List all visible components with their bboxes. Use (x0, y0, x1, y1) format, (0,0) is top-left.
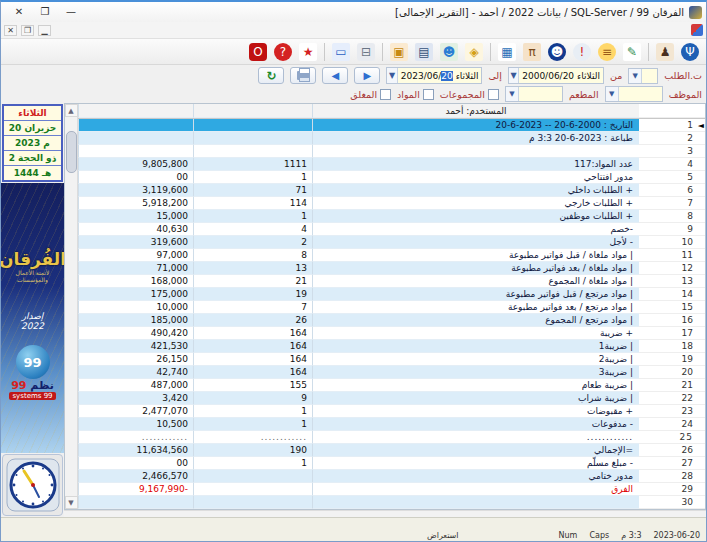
edition-label: إصدار2022 (21, 311, 44, 331)
table-row[interactable]: طباعة : 2023-6-20 3:3 م 2 (78, 132, 705, 145)
chevron-down-icon[interactable]: ▼ (606, 87, 619, 101)
table-row[interactable]: 00 1 - مبلغ مسلّم 27 (78, 457, 705, 470)
toolbar-separator (648, 43, 649, 61)
table-row[interactable]: 3,420 9 | ضريبة شراب 22 (78, 392, 705, 405)
restaurant-icon[interactable]: Ψ (678, 41, 702, 63)
menu-item[interactable] (549, 29, 561, 31)
chevron-down-icon[interactable]: ▼ (629, 69, 642, 83)
run-report-button[interactable]: ▶ (354, 67, 380, 84)
dining-table-icon[interactable]: π (520, 41, 544, 63)
report-grid: المستخدم: أحمد التاريخ : 2000-6-20 -- 20… (78, 104, 705, 509)
table-row[interactable]: 185,000 26 | مواد مرتجع / المجموع 16 (78, 314, 705, 327)
menu-item[interactable] (661, 29, 673, 31)
restaurant-select[interactable]: ▼ (505, 86, 563, 102)
date-to-picker[interactable]: الثلاثاء 2023/06/20 ▼ (386, 67, 482, 84)
gift-box-icon[interactable]: ◈ (462, 41, 486, 63)
menu-item[interactable] (647, 29, 659, 31)
table-row[interactable]: 5,918,200 114 + الطلبات خارجي 7 (78, 197, 705, 210)
groups-checkbox[interactable] (488, 89, 499, 100)
table-row[interactable]: 40,630 4 -خصم 9 (78, 223, 705, 236)
table-row[interactable]: 97,000 8 | مواد ملغاة / قبل فواتير مطبوع… (78, 249, 705, 262)
label-cell: -خصم (312, 223, 639, 236)
table-row[interactable]: 00 1 مدور افتتاحي 5 (78, 171, 705, 184)
table-row[interactable]: 3,119,600 71 + الطلبات داخلي 6 (78, 184, 705, 197)
help-search-icon[interactable]: ? (271, 41, 295, 63)
menu-item[interactable] (675, 29, 687, 31)
menu-item[interactable] (633, 29, 645, 31)
exit-icon[interactable]: Ο (246, 41, 270, 63)
toolbox-icon[interactable]: ▣ (387, 41, 411, 63)
table-row[interactable]: 15,000 1 + الطلبات موظفين 8 (78, 210, 705, 223)
mdi-restore-button[interactable]: ❐ (21, 25, 34, 36)
table-row[interactable]: 168,000 21 | مواد ملغاة / المجموع 13 (78, 275, 705, 288)
menu-item[interactable] (563, 29, 575, 31)
print-button[interactable] (290, 67, 316, 84)
table-row[interactable]: 175,000 19 | مواد مرتجع / قبل فواتير مطب… (78, 288, 705, 301)
order-type-select[interactable]: ▼ (628, 68, 658, 84)
report-table-wrap: ▲ ▼ المستخدم: أحمد (64, 103, 706, 517)
table-row[interactable]: 71,000 13 | مواد ملغاة / بعد فواتير مطبو… (78, 262, 705, 275)
count-cell: 26 (193, 314, 312, 327)
scrollbar-thumb[interactable] (66, 131, 77, 173)
table-row[interactable]: -9,167,990 الفرق 29 (78, 483, 705, 496)
menu-item[interactable] (605, 29, 617, 31)
table-row[interactable]: ............ ............ ............ 2… (78, 431, 705, 444)
materials-checkbox[interactable] (423, 89, 434, 100)
chevron-down-icon[interactable]: ▼ (506, 87, 519, 101)
employee-select[interactable]: ▼ (605, 86, 663, 102)
row-number: 26 (682, 445, 693, 455)
waiter-icon[interactable]: ☻ (545, 41, 569, 63)
scroll-up-icon[interactable]: ▲ (65, 104, 78, 117)
table-row[interactable]: 487,000 155 | ضريبة طعام 21 (78, 379, 705, 392)
table-row[interactable]: التاريخ : 2000-6-20 -- 2023-6-20 1◄ (78, 119, 705, 132)
horizontal-scrollbar[interactable] (64, 510, 706, 517)
closed-checkbox[interactable] (380, 89, 391, 100)
menu-item[interactable] (577, 29, 589, 31)
table-row[interactable]: 2,466,570 مدور ختامي 28 (78, 470, 705, 483)
mdi-child-icon[interactable] (691, 24, 703, 36)
order-alert-icon[interactable]: ! (570, 41, 594, 63)
table-row[interactable]: 10,000 7 | مواد مرتجع / بعد فواتير مطبوع… (78, 301, 705, 314)
close-button[interactable]: ✕ (11, 5, 27, 19)
scroll-down-icon[interactable]: ▼ (65, 496, 78, 509)
minimize-button[interactable]: — (63, 5, 79, 19)
table-row[interactable]: 26,150 164 | ضريبة2 19 (78, 353, 705, 366)
chef-serving-icon[interactable]: ♟ (653, 41, 677, 63)
burger-icon[interactable]: ≡ (595, 41, 619, 63)
users-icon[interactable]: ☻ (437, 41, 461, 63)
amount-cell: 42,740 (157, 367, 189, 377)
database-check-icon[interactable]: ⊟ (354, 41, 378, 63)
table-row[interactable]: 421,530 164 | ضريبة1 18 (78, 340, 705, 353)
mdi-minimize-button[interactable]: ▁ (38, 25, 51, 36)
refresh-button[interactable]: ↻ (258, 67, 284, 84)
calendar-dropdown-icon[interactable]: ▼ (387, 68, 397, 83)
vertical-scrollbar[interactable]: ▲ ▼ (65, 104, 78, 509)
menu-item[interactable] (619, 29, 631, 31)
table-row[interactable]: 11,634,560 190 =الإجمالي 26 (78, 444, 705, 457)
report-chart-icon[interactable]: ▦ (495, 41, 519, 63)
edit-note-icon[interactable]: ✎ (620, 41, 644, 63)
menu-item[interactable] (591, 29, 603, 31)
inventory-ticker (1, 518, 706, 530)
table-row[interactable]: 10,500 1 - مدفوعات 24 (78, 418, 705, 431)
back-button[interactable]: ◀ (322, 67, 348, 84)
count-cell (193, 470, 312, 483)
menu-item[interactable] (507, 29, 519, 31)
table-row[interactable]: 42,740 164 | ضريبة3 20 (78, 366, 705, 379)
cards-icon[interactable]: ▭ (329, 41, 353, 63)
count-cell: 21 (193, 275, 312, 288)
table-row[interactable]: 319,600 2 - لأجل 10 (78, 236, 705, 249)
bookmark-star-icon[interactable]: ★ (296, 41, 320, 63)
table-row[interactable]: 9,805,800 1111 عدد المواد:117 4 (78, 158, 705, 171)
calendar-dropdown-icon[interactable]: ▼ (509, 68, 519, 83)
mdi-close-button[interactable]: ✕ (4, 25, 17, 36)
table-row[interactable]: 2,477,070 1 + مقبوضات 23 (78, 405, 705, 418)
table-row[interactable]: 3 (78, 145, 705, 158)
table-row[interactable]: 30 (78, 496, 705, 509)
restore-button[interactable]: ❐ (37, 5, 53, 19)
table-row[interactable]: 490,420 164 + ضريبة 17 (78, 327, 705, 340)
menu-item[interactable] (521, 29, 533, 31)
date-from-picker[interactable]: الثلاثاء 2000/06/20 ▼ (508, 67, 604, 84)
calculator-icon[interactable]: ▤ (412, 41, 436, 63)
menu-item[interactable] (535, 29, 547, 31)
